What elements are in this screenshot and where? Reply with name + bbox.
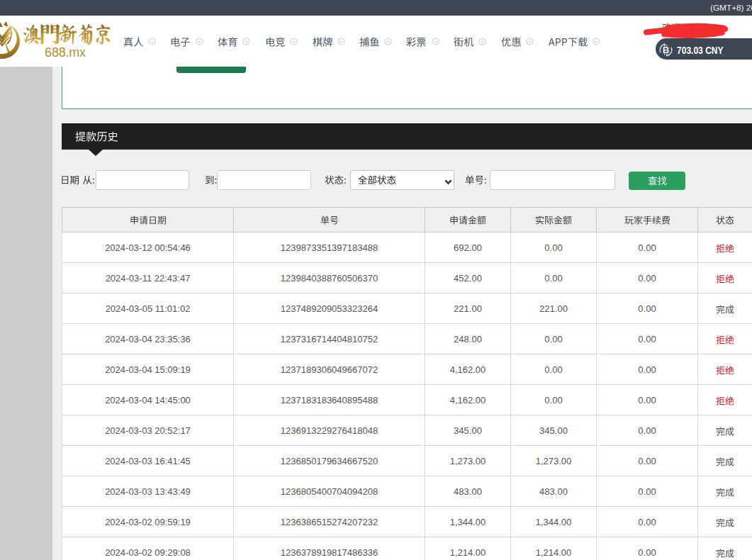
svg-text:B: B bbox=[663, 45, 670, 55]
